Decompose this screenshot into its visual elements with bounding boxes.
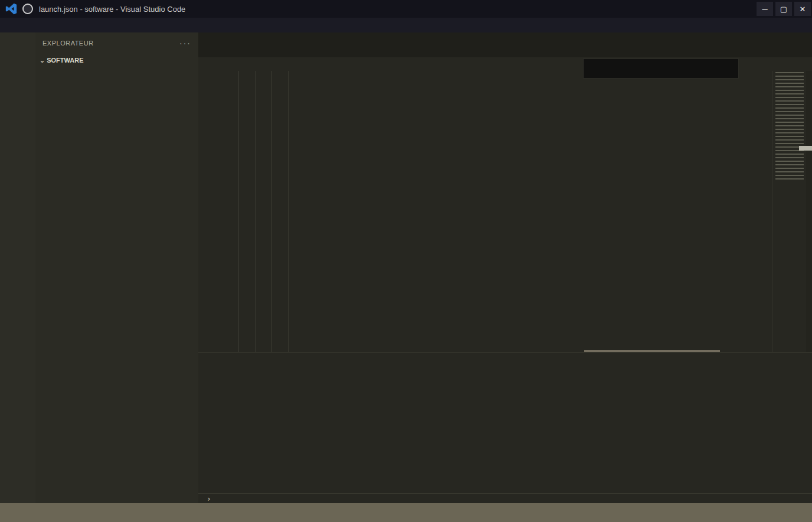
window-title: launch.json - software - Visual Studio C… (39, 5, 185, 14)
editor-scrollbar[interactable] (806, 71, 812, 352)
menu-bar (0, 18, 812, 32)
code-editor[interactable]: Ajouter une configuration... (198, 71, 812, 352)
bottom-panel: › (198, 352, 812, 504)
minimize-button[interactable]: ─ (757, 2, 773, 16)
debug-toolbar (583, 58, 739, 79)
sidebar-header: EXPLORATEUR ··· (35, 32, 198, 53)
chevron-down-icon: ⌄ (40, 57, 45, 64)
explorer-sidebar: EXPLORATEUR ··· ⌄ SOFTWARE (35, 32, 198, 503)
close-button[interactable]: ✕ (794, 2, 811, 16)
sidebar-more-icon[interactable]: ··· (179, 38, 191, 48)
tab-bar (198, 32, 812, 57)
sidebar-title: EXPLORATEUR (42, 40, 94, 47)
maximize-button[interactable]: ▢ (775, 2, 792, 16)
activity-bar (0, 32, 35, 503)
vscode-window: launch.json - software - Visual Studio C… (0, 0, 812, 522)
editor-area: Ajouter une configuration... › (198, 32, 812, 503)
debug-console-output[interactable] (198, 379, 812, 493)
panel-tabs (198, 353, 812, 373)
window-controls: ─ ▢ ✕ (755, 0, 812, 18)
title-bar: launch.json - software - Visual Studio C… (0, 0, 812, 18)
app-menu-icon[interactable] (22, 4, 33, 14)
workspace-section[interactable]: ⌄ SOFTWARE (35, 53, 198, 67)
workspace-name: SOFTWARE (47, 57, 83, 64)
status-bar (0, 503, 812, 522)
vscode-logo-icon (5, 2, 18, 15)
debug-console-input[interactable]: › (198, 493, 812, 504)
console-prompt: › (207, 494, 211, 503)
minimap[interactable] (772, 71, 806, 352)
